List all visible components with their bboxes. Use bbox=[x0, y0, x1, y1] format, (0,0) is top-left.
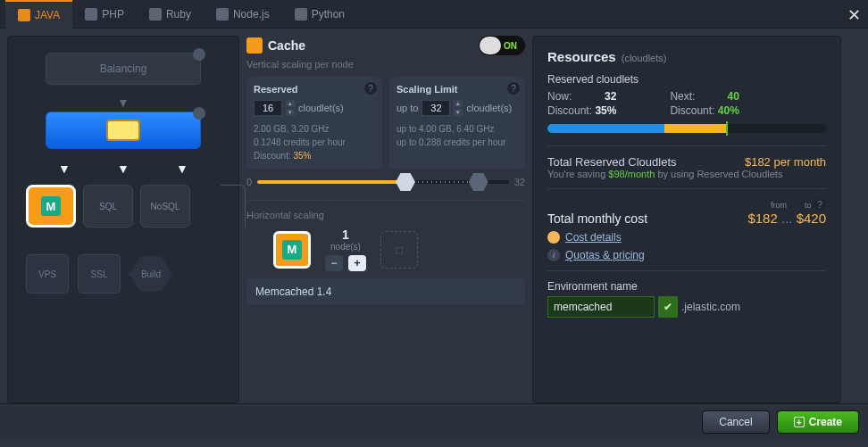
close-icon[interactable]: ✕ bbox=[847, 5, 861, 25]
limit-cloudlets-input[interactable] bbox=[421, 100, 450, 116]
topology-panel: Balancing ▼ ▼▼▼ M SQL NoSQL VPS SSL Buil… bbox=[7, 36, 239, 403]
tile-label: NoSQL bbox=[151, 202, 180, 211]
nosql-tile[interactable]: NoSQL bbox=[140, 185, 190, 228]
unit-label: cloudlet(s) bbox=[298, 103, 344, 113]
tab-label: PHP bbox=[102, 8, 124, 21]
arrow-down-icon: ▼ bbox=[117, 161, 129, 176]
tile-label: Build bbox=[141, 269, 161, 279]
tab-php[interactable]: PHP bbox=[72, 0, 137, 29]
slider-handle-reserved[interactable] bbox=[396, 172, 415, 192]
tab-java[interactable]: JAVA bbox=[5, 0, 72, 29]
tile-label: SSL bbox=[91, 269, 108, 279]
cancel-button[interactable]: Cancel bbox=[702, 410, 769, 434]
vps-tile[interactable]: VPS bbox=[26, 254, 69, 294]
tab-label: Python bbox=[312, 8, 345, 21]
lang-tabs: JAVA PHP Ruby Node.js Python ✕ bbox=[0, 0, 868, 29]
cloudlet-bar bbox=[547, 124, 826, 133]
coin-icon bbox=[547, 231, 560, 244]
discount-label: Discount: bbox=[547, 104, 592, 117]
env-label: Environment name bbox=[547, 280, 826, 293]
slider-min: 0 bbox=[246, 177, 252, 187]
python-icon bbox=[295, 8, 307, 21]
increase-nodes[interactable]: + bbox=[348, 255, 366, 271]
create-button[interactable]: +Create bbox=[777, 410, 859, 434]
gear-icon[interactable] bbox=[193, 107, 205, 120]
tile-label: SQL bbox=[99, 202, 117, 211]
now-value: 32 bbox=[605, 90, 616, 103]
next-value: 40 bbox=[727, 90, 739, 103]
plus-icon: + bbox=[794, 417, 805, 427]
cache-icon bbox=[246, 37, 263, 54]
help-icon[interactable]: ? bbox=[814, 198, 826, 211]
tab-nodejs[interactable]: Node.js bbox=[204, 0, 282, 29]
card-title: Reserved bbox=[254, 84, 375, 95]
dialog-footer: Cancel +Create bbox=[0, 403, 868, 440]
discount-now: 35% bbox=[595, 104, 616, 117]
trc-value: $182 per month bbox=[745, 155, 826, 169]
card-title: Scaling Limit bbox=[396, 84, 518, 95]
reserved-cloudlets-input[interactable] bbox=[254, 100, 282, 116]
next-label: Next: bbox=[670, 90, 695, 103]
spin-up[interactable]: ▴ bbox=[286, 100, 295, 107]
prefix-label: up to bbox=[396, 103, 418, 113]
to-label: to bbox=[805, 201, 812, 210]
cost-details-link[interactable]: Cost details bbox=[565, 231, 622, 244]
discount-next: 40% bbox=[718, 104, 739, 117]
spec-line: up to 4.00 GB, 6.40 GHz bbox=[396, 122, 518, 136]
cache-toggle[interactable]: ON bbox=[479, 36, 525, 55]
scaling-limit-card: Scaling Limit ? up to ▴▾ cloudlet(s) up … bbox=[389, 77, 525, 170]
stack-name: Memcached 1.4 bbox=[246, 278, 525, 305]
tab-python[interactable]: Python bbox=[282, 0, 357, 29]
from-label: from bbox=[771, 201, 787, 210]
app-server-node[interactable] bbox=[46, 112, 201, 149]
discount-label: Discount: bbox=[670, 104, 714, 117]
balancing-node[interactable]: Balancing bbox=[46, 53, 201, 85]
node-icon: M bbox=[273, 231, 311, 269]
tile-label: VPS bbox=[38, 269, 56, 279]
help-icon[interactable]: ? bbox=[364, 82, 377, 95]
toggle-knob bbox=[480, 37, 501, 54]
info-icon: i bbox=[547, 249, 560, 261]
section-title: Cache bbox=[246, 37, 305, 54]
spec-line: up to 0.288 credits per hour bbox=[396, 136, 518, 149]
arrow-row: ▼▼▼ bbox=[35, 161, 212, 176]
balancing-label: Balancing bbox=[100, 62, 147, 75]
quotas-link[interactable]: Quotas & pricing bbox=[565, 249, 645, 261]
trc-label: Total Reserved Cloudlets bbox=[547, 155, 677, 169]
slider-fill bbox=[257, 180, 398, 184]
saving-text: You're saving $98/month by using Reserve… bbox=[547, 169, 826, 179]
node-icon bbox=[216, 8, 229, 21]
hscale-label: Horizontal scaling bbox=[246, 210, 525, 220]
memcached-tile[interactable]: M bbox=[26, 185, 76, 228]
node-unit: node(s) bbox=[325, 242, 366, 252]
section-subtitle: Vertical scaling per node bbox=[246, 59, 525, 70]
arrow-down-icon: ▼ bbox=[58, 161, 71, 176]
node-count: 1 bbox=[325, 228, 366, 242]
tmc-label: Total monthly cost bbox=[547, 211, 647, 226]
resources-panel: Resources(cloudlets) Reserved cloudlets … bbox=[532, 36, 841, 403]
cost-low: $182 bbox=[747, 211, 777, 226]
connector-line bbox=[221, 185, 246, 228]
discount-label: Discount: bbox=[254, 151, 291, 161]
ruby-icon bbox=[149, 8, 162, 21]
build-tile[interactable]: Build bbox=[129, 254, 172, 294]
discount-value: 35% bbox=[293, 151, 311, 161]
gear-icon[interactable] bbox=[193, 48, 205, 61]
domain-label: .jelastic.com bbox=[681, 301, 740, 313]
tab-label: Node.js bbox=[233, 8, 270, 21]
sql-tile[interactable]: SQL bbox=[83, 185, 133, 228]
memcached-icon: M bbox=[41, 196, 61, 216]
spin-down[interactable]: ▾ bbox=[454, 109, 463, 116]
tab-ruby[interactable]: Ruby bbox=[137, 0, 204, 29]
memcached-icon: M bbox=[282, 240, 302, 260]
now-label: Now: bbox=[547, 90, 572, 103]
config-panel: Cache ON Vertical scaling per node Reser… bbox=[246, 36, 525, 403]
spin-up[interactable]: ▴ bbox=[454, 100, 463, 107]
help-icon[interactable]: ? bbox=[507, 82, 520, 95]
decrease-nodes[interactable]: − bbox=[325, 255, 343, 271]
env-name-input[interactable] bbox=[547, 296, 655, 318]
cloudlet-slider[interactable]: 0 32 bbox=[246, 177, 525, 187]
spin-down[interactable]: ▾ bbox=[286, 109, 295, 116]
slider-handle-limit[interactable] bbox=[469, 172, 488, 192]
ssl-tile[interactable]: SSL bbox=[78, 254, 121, 294]
